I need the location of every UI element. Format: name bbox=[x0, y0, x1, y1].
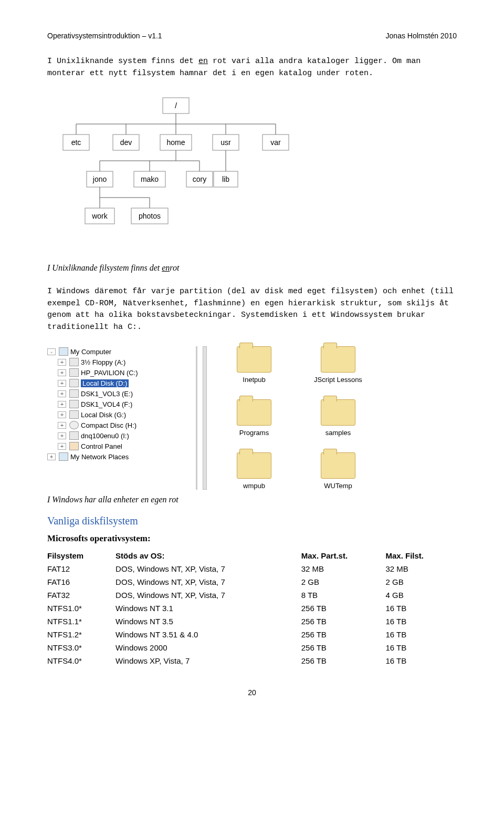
tree-item[interactable]: +HP_PAVILION (C:) bbox=[47, 367, 192, 378]
svg-text:var: var bbox=[270, 138, 281, 147]
svg-text:etc: etc bbox=[71, 138, 81, 147]
expand-toggle-icon[interactable]: + bbox=[58, 432, 66, 439]
svg-text:photos: photos bbox=[139, 212, 161, 220]
tree-item-label: DSK1_VOL3 (E:) bbox=[81, 390, 133, 398]
tree-item-label: 3½ Floppy (A:) bbox=[81, 358, 125, 366]
tree-item[interactable]: +3½ Floppy (A:) bbox=[47, 357, 192, 367]
tree-item-label: Compact Disc (H:) bbox=[81, 421, 136, 429]
folder-label: WUTemp bbox=[324, 482, 352, 490]
svg-text:dev: dev bbox=[120, 138, 132, 147]
table-cell: Windows NT 3.1 bbox=[116, 602, 301, 615]
filesystem-table: Filsystem Stöds av OS: Max. Part.st. Max… bbox=[47, 549, 457, 667]
tree-item[interactable]: +Control Panel bbox=[47, 441, 192, 451]
drive-icon bbox=[69, 400, 79, 408]
drive-icon bbox=[69, 358, 79, 366]
svg-text:work: work bbox=[91, 212, 108, 220]
table-row: NTFS1.2*Windows NT 3.51 & 4.0256 TB16 TB bbox=[47, 628, 457, 641]
panel-icon bbox=[69, 442, 79, 450]
table-cell: NTFS3.0* bbox=[47, 641, 116, 654]
expand-toggle-icon[interactable]: + bbox=[47, 453, 56, 460]
windows-explorer: -My Computer+3½ Floppy (A:)+HP_PAVILION … bbox=[47, 346, 457, 490]
svg-text:cory: cory bbox=[193, 175, 206, 183]
svg-text:home: home bbox=[166, 138, 185, 147]
table-row: FAT12DOS, Windows NT, XP, Vista, 732 MB3… bbox=[47, 562, 457, 575]
tree-item-label: HP_PAVILION (C:) bbox=[81, 369, 138, 377]
expand-toggle-icon[interactable]: + bbox=[58, 422, 66, 429]
table-row: FAT32DOS, Windows NT, XP, Vista, 78 TB4 … bbox=[47, 589, 457, 602]
table-cell: DOS, Windows NT, XP, Vista, 7 bbox=[116, 562, 301, 575]
table-cell: 8 TB bbox=[301, 589, 386, 602]
scrollbar[interactable] bbox=[203, 346, 207, 490]
tree-item[interactable]: +My Network Places bbox=[47, 451, 192, 462]
expand-toggle-icon[interactable]: + bbox=[58, 369, 66, 376]
table-cell: 32 MB bbox=[301, 562, 386, 575]
tree-item[interactable]: -My Computer bbox=[47, 346, 192, 357]
tree-item[interactable]: +dnq100enu0 (I:) bbox=[47, 430, 192, 441]
tree-item-label: Local Disk (G:) bbox=[81, 411, 126, 419]
drive-icon bbox=[69, 410, 79, 419]
svg-text:usr: usr bbox=[220, 138, 231, 147]
header-right: Jonas Holmstén 2010 bbox=[386, 32, 457, 40]
folder-icon bbox=[321, 346, 355, 373]
table-row: NTFS1.0*Windows NT 3.1256 TB16 TB bbox=[47, 602, 457, 615]
tree-row1: etc dev home usr var bbox=[63, 124, 289, 150]
tree-item-label: Local Disk (D:) bbox=[81, 379, 129, 387]
folder-item[interactable]: WUTemp bbox=[307, 452, 370, 490]
table-cell: 256 TB bbox=[301, 641, 386, 654]
table-cell: FAT32 bbox=[47, 589, 116, 602]
folder-item[interactable]: JScript Lessons bbox=[307, 346, 370, 384]
table-cell: FAT12 bbox=[47, 562, 116, 575]
table-row: NTFS1.1*Windows NT 3.5256 TB16 TB bbox=[47, 615, 457, 628]
tree-item-label: My Computer bbox=[70, 348, 111, 356]
svg-text:lib: lib bbox=[222, 175, 229, 183]
folder-icon bbox=[321, 452, 355, 479]
table-cell: 2 GB bbox=[386, 575, 457, 589]
folder-icon bbox=[237, 452, 271, 479]
folder-item[interactable]: Inetpub bbox=[223, 346, 286, 384]
tree-item[interactable]: +Local Disk (G:) bbox=[47, 409, 192, 420]
table-cell: NTFS1.1* bbox=[47, 615, 116, 628]
folder-icon bbox=[237, 399, 271, 426]
folder-icon bbox=[237, 346, 271, 373]
table-cell: 16 TB bbox=[386, 602, 457, 615]
tree-item-label: dnq100enu0 (I:) bbox=[81, 432, 129, 440]
expand-toggle-icon[interactable]: + bbox=[58, 443, 66, 450]
table-cell: 2 GB bbox=[301, 575, 386, 589]
table-cell: Windows NT 3.51 & 4.0 bbox=[116, 628, 301, 641]
expand-toggle-icon[interactable]: + bbox=[58, 390, 66, 397]
table-cell: FAT16 bbox=[47, 575, 116, 589]
table-cell: 256 TB bbox=[301, 602, 386, 615]
unix-tree-diagram: / etc dev home usr var bbox=[47, 95, 457, 242]
mid-paragraph: I Windows däremot får varje partition (d… bbox=[47, 286, 457, 333]
expand-toggle-icon[interactable]: + bbox=[58, 411, 66, 418]
folder-item[interactable]: wmpub bbox=[223, 452, 286, 490]
cd-icon bbox=[69, 421, 79, 429]
tree-item[interactable]: +Compact Disc (H:) bbox=[47, 420, 192, 430]
tree-item[interactable]: +DSK1_VOL4 (F:) bbox=[47, 399, 192, 409]
table-cell: 16 TB bbox=[386, 615, 457, 628]
folder-label: samples bbox=[326, 429, 351, 437]
expand-toggle-icon[interactable]: + bbox=[58, 401, 66, 408]
explorer-tree: -My Computer+3½ Floppy (A:)+HP_PAVILION … bbox=[47, 346, 197, 490]
expand-toggle-icon[interactable]: + bbox=[58, 380, 66, 387]
table-cell: NTFS1.0* bbox=[47, 602, 116, 615]
expand-toggle-icon[interactable]: - bbox=[47, 348, 56, 355]
expand-toggle-icon[interactable]: + bbox=[58, 359, 66, 366]
intro-underline: en bbox=[198, 57, 208, 66]
folder-item[interactable]: Programs bbox=[223, 399, 286, 437]
drive-icon bbox=[69, 368, 79, 377]
table-header: Max. Filst. bbox=[386, 549, 457, 562]
intro-part1: I Unixliknande system finns det bbox=[47, 57, 198, 66]
table-cell: Windows NT 3.5 bbox=[116, 615, 301, 628]
tree-item[interactable]: +DSK1_VOL3 (E:) bbox=[47, 388, 192, 399]
svg-text:jono: jono bbox=[92, 175, 107, 183]
tree-row2: jono mako cory lib bbox=[87, 161, 238, 187]
folder-item[interactable]: samples bbox=[307, 399, 370, 437]
page-header: Operativsystemsintroduktion – v1.1 Jonas… bbox=[47, 32, 457, 40]
table-cell: NTFS1.2* bbox=[47, 628, 116, 641]
folder-label: JScript Lessons bbox=[314, 376, 362, 384]
drive-icon bbox=[69, 379, 79, 387]
computer-icon bbox=[59, 452, 68, 461]
table-cell: 16 TB bbox=[386, 654, 457, 667]
tree-item[interactable]: +Local Disk (D:) bbox=[47, 378, 192, 388]
